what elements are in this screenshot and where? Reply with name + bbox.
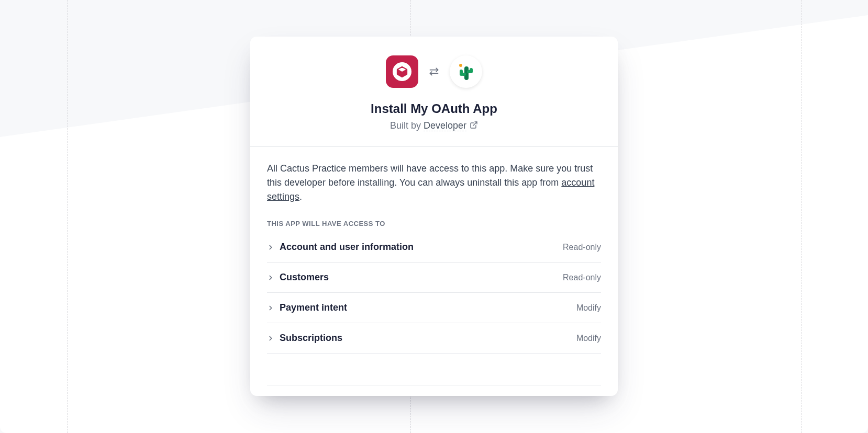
chevron-right-icon xyxy=(267,335,280,342)
external-link-icon xyxy=(470,121,478,132)
install-dialog: Install My OAuth App Built by Developer … xyxy=(250,37,618,396)
dialog-body: All Cactus Practice members will have ac… xyxy=(250,147,618,396)
guide-line xyxy=(801,0,802,433)
description-prefix: All Cactus Practice members will have ac… xyxy=(267,163,593,188)
permission-list: Account and user information Read-only C… xyxy=(267,232,601,354)
svg-line-7 xyxy=(473,122,477,126)
developer-link[interactable]: Developer xyxy=(424,120,466,131)
permission-row[interactable]: Customers Read-only xyxy=(267,263,601,293)
org-logo xyxy=(450,55,482,88)
dialog-subtitle: Built by Developer xyxy=(267,120,601,132)
dialog-header: Install My OAuth App Built by Developer xyxy=(250,37,618,147)
permission-row[interactable]: Subscriptions Modify xyxy=(267,323,601,354)
permission-name: Customers xyxy=(280,272,563,283)
logo-pair xyxy=(267,55,601,88)
permission-name: Payment intent xyxy=(280,302,576,313)
access-section-label: THIS APP WILL HAVE ACCESS TO xyxy=(267,220,601,227)
chevron-right-icon xyxy=(267,304,280,312)
built-by-text: Built by xyxy=(390,120,424,131)
app-logo xyxy=(386,55,418,88)
svg-point-1 xyxy=(459,64,462,67)
permission-access: Modify xyxy=(576,303,601,313)
permission-row[interactable]: Payment intent Modify xyxy=(267,293,601,323)
footer-divider xyxy=(267,385,601,385)
permission-row[interactable]: Account and user information Read-only xyxy=(267,232,601,263)
description-suffix: . xyxy=(299,191,302,202)
description-text: All Cactus Practice members will have ac… xyxy=(267,162,601,204)
permission-name: Account and user information xyxy=(280,242,563,253)
permission-access: Read-only xyxy=(563,243,601,252)
box-icon xyxy=(392,62,412,82)
permission-name: Subscriptions xyxy=(280,333,576,344)
swap-icon xyxy=(429,66,439,77)
svg-rect-6 xyxy=(467,70,472,73)
guide-line xyxy=(67,0,68,433)
chevron-right-icon xyxy=(267,244,280,251)
permission-access: Modify xyxy=(576,334,601,343)
dialog-title: Install My OAuth App xyxy=(267,101,601,116)
chevron-right-icon xyxy=(267,274,280,281)
permission-access: Read-only xyxy=(563,273,601,282)
svg-rect-4 xyxy=(461,73,466,76)
cactus-icon xyxy=(455,61,476,82)
